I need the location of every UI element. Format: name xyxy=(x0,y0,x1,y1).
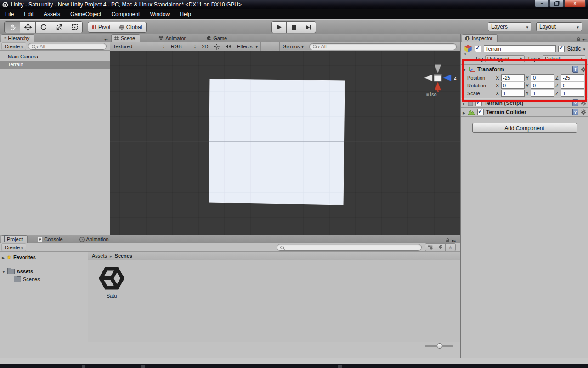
search-by-label-button[interactable] xyxy=(435,243,446,251)
lock-icon[interactable] xyxy=(577,37,581,42)
render-channel-dropdown[interactable]: RGB xyxy=(168,42,199,51)
layer-dropdown[interactable]: Default xyxy=(543,55,585,62)
hierarchy-create-button[interactable]: Create xyxy=(1,42,26,50)
gear-icon[interactable] xyxy=(581,109,586,115)
hierarchy-item-terrain[interactable]: Terrain xyxy=(0,61,110,69)
foldout-closed-icon[interactable] xyxy=(2,254,5,260)
project-search-input[interactable] xyxy=(277,244,422,251)
layout-dropdown[interactable]: Layout xyxy=(536,22,582,31)
scene-lighting-toggle[interactable] xyxy=(211,42,222,51)
hand-tool-button[interactable] xyxy=(4,21,20,33)
foldout-open-icon[interactable] xyxy=(463,67,466,72)
layers-dropdown[interactable]: Layers xyxy=(488,22,531,31)
animation-tab-label: Animation xyxy=(86,236,109,242)
tag-label-icon xyxy=(438,245,443,250)
orientation-gizmo[interactable]: z x xyxy=(419,57,460,92)
help-icon[interactable] xyxy=(572,66,578,73)
panel-menu-icon[interactable]: ▾≡ xyxy=(452,238,455,243)
restore-button[interactable] xyxy=(549,0,564,7)
tab-console[interactable]: Console xyxy=(34,236,66,243)
slider-knob[interactable] xyxy=(437,343,442,349)
play-button[interactable] xyxy=(271,21,287,33)
help-icon[interactable] xyxy=(572,109,578,115)
move-tool-button[interactable] xyxy=(20,21,36,33)
foldout-closed-icon[interactable] xyxy=(463,100,465,106)
rotation-x-field[interactable] xyxy=(501,82,525,89)
project-create-button[interactable]: Create xyxy=(1,243,26,251)
step-button[interactable] xyxy=(301,21,316,33)
global-toggle-button[interactable]: Global xyxy=(115,22,147,33)
scale-z-field[interactable] xyxy=(561,90,584,97)
project-panel: Project Console Animation ▾≡ Create xyxy=(0,235,460,358)
position-y-field[interactable] xyxy=(531,74,554,81)
lock-icon[interactable] xyxy=(446,238,450,243)
tag-dropdown[interactable]: Untagged xyxy=(485,55,525,62)
hierarchy-item-main-camera[interactable]: Main Camera xyxy=(0,53,110,61)
close-button[interactable]: × xyxy=(564,0,586,7)
scale-tool-button[interactable] xyxy=(51,21,67,33)
tree-item-scenes[interactable]: Scenes xyxy=(0,275,88,283)
rotate-tool-button[interactable] xyxy=(35,21,51,33)
scene-audio-toggle[interactable] xyxy=(222,42,234,51)
breadcrumb-root[interactable]: Assets xyxy=(92,253,107,259)
breadcrumb-current[interactable]: Scenes xyxy=(115,253,133,259)
terrain-script-component-header[interactable]: Terrain (Script) xyxy=(461,98,588,107)
add-component-button[interactable]: Add Component xyxy=(472,123,577,133)
gear-icon[interactable] xyxy=(581,67,586,72)
menu-edit[interactable]: Edit xyxy=(19,9,39,19)
pause-button[interactable] xyxy=(286,21,301,33)
scene-viewport[interactable]: z x ≡ Iso xyxy=(110,51,460,236)
tab-game[interactable]: Game xyxy=(203,34,231,42)
tab-animator[interactable]: Animator xyxy=(155,34,189,42)
menu-component[interactable]: Component xyxy=(106,9,145,19)
tab-inspector[interactable]: i Inspector xyxy=(462,34,498,42)
tree-item-favorites[interactable]: ★ Favorites xyxy=(0,253,88,261)
gameobject-enabled-checkbox[interactable] xyxy=(475,46,481,52)
panel-menu-icon[interactable]: ▾≡ xyxy=(582,37,586,42)
tree-item-assets[interactable]: Assets xyxy=(0,267,88,275)
position-z-field[interactable] xyxy=(561,74,584,81)
rect-tool-button[interactable] xyxy=(67,21,83,33)
tab-hierarchy[interactable]: ≡ Hierarchy xyxy=(1,34,34,42)
tab-scene[interactable]: Scene xyxy=(111,34,140,42)
scale-x-field[interactable] xyxy=(501,90,525,97)
scene-search-input[interactable]: All xyxy=(309,43,457,50)
star-icon: ★ xyxy=(448,245,453,250)
gear-icon[interactable] xyxy=(581,100,586,106)
position-x-field[interactable] xyxy=(501,74,525,81)
panel-menu-icon[interactable]: ▾≡ xyxy=(104,37,108,42)
gameobject-name-field[interactable] xyxy=(484,45,556,52)
scale-y-field[interactable] xyxy=(531,90,554,97)
menu-help[interactable]: Help xyxy=(175,9,196,19)
tab-animation[interactable]: Animation xyxy=(76,236,113,243)
thumbnail-size-slider[interactable] xyxy=(425,345,453,347)
foldout-closed-icon[interactable] xyxy=(463,109,465,115)
static-checkbox[interactable] xyxy=(558,46,565,52)
asset-item-satu[interactable]: Satu xyxy=(96,265,127,299)
menu-assets[interactable]: Assets xyxy=(39,9,65,19)
pivot-toggle-button[interactable]: Pivot xyxy=(88,22,115,33)
terrain-collider-enabled-checkbox[interactable] xyxy=(477,109,484,115)
tab-project[interactable]: Project xyxy=(1,235,28,243)
shading-mode-dropdown[interactable]: Textured xyxy=(110,42,168,51)
gizmos-dropdown[interactable]: Gizmos xyxy=(280,42,306,51)
hierarchy-search-input[interactable]: All xyxy=(28,43,107,50)
terrain-collider-component-header[interactable]: Terrain Collider xyxy=(461,108,588,116)
rotation-z-field[interactable] xyxy=(561,82,584,89)
menu-gameobject[interactable]: GameObject xyxy=(65,9,106,19)
menu-window[interactable]: Window xyxy=(145,9,175,19)
search-favorites-button[interactable]: ★ xyxy=(445,243,456,251)
foldout-open-icon[interactable] xyxy=(2,269,6,274)
help-icon[interactable] xyxy=(572,99,578,106)
effects-dropdown[interactable]: Effects xyxy=(234,42,261,51)
minimize-button[interactable]: – xyxy=(535,0,549,7)
terrain-script-enabled-checkbox[interactable] xyxy=(475,100,482,106)
pivot-label: Pivot xyxy=(98,24,111,30)
projection-mode-toggle[interactable]: ≡ Iso xyxy=(426,92,437,97)
static-chevron-icon[interactable] xyxy=(583,46,585,52)
2d-toggle-button[interactable]: 2D xyxy=(199,42,211,51)
menu-file[interactable]: File xyxy=(0,9,19,19)
gameobject-cube-icon[interactable]: ▾ xyxy=(464,44,473,53)
rotation-y-field[interactable] xyxy=(531,82,554,89)
search-by-type-button[interactable] xyxy=(425,243,435,251)
